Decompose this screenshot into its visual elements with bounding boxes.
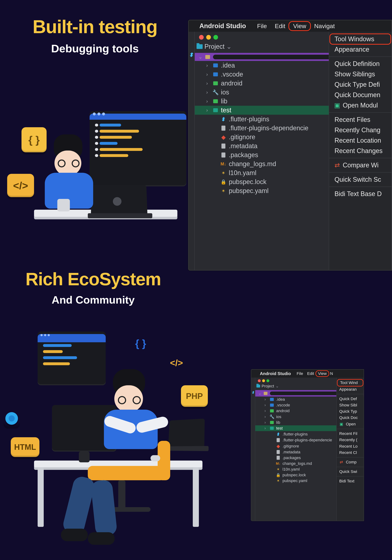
dropdown-item-label: Appearance [334, 46, 369, 53]
dropdown-item-label: Compare Wi [343, 161, 379, 169]
module-icon: ▣ [334, 102, 340, 109]
dropdown-item[interactable]: ▣Open Modul [329, 100, 392, 110]
menu-view[interactable]: View [289, 22, 310, 30]
section2-title: Rich EcoSystem [11, 269, 176, 290]
menu-edit[interactable]: Edit [305, 371, 316, 376]
tree-item-label: pubspec.lock [283, 473, 306, 477]
dropdown-item[interactable]: Tool Wind [338, 380, 363, 386]
dropdown-item-label: Recently Chang [334, 126, 380, 134]
dropdown-item[interactable]: Quick Def [337, 396, 363, 402]
dropdown-item[interactable]: Recent Cl [337, 450, 363, 456]
dropdown-item[interactable]: Quick Doc [337, 415, 363, 421]
dropdown-item[interactable]: Recently Chang [329, 125, 392, 135]
dropdown-item-label: Tool Wind [340, 380, 358, 385]
dropdown-item[interactable]: Quick Switch Sc [329, 174, 392, 185]
braces-icon: { } [133, 335, 149, 351]
app-name: Android Studio [199, 22, 246, 30]
dropdown-item[interactable]: Bidi Text [337, 478, 363, 484]
section1-title: Built-in testing [14, 16, 176, 38]
tree-item-label: .flutter-plugins [229, 115, 269, 123]
tree-item-label: pubspec.lock [229, 178, 266, 186]
dropdown-item[interactable]: Show Siblings [329, 69, 392, 79]
developer-illustration-1: { } </> [5, 113, 185, 231]
dropdown-item[interactable]: Quick Typ [337, 408, 363, 414]
tree-item-label: .packages [283, 456, 301, 460]
mac-menubar: Android Studio File Edit View N [251, 370, 363, 378]
dropdown-item[interactable]: Appearance [329, 44, 392, 55]
minimize-window-icon[interactable] [262, 379, 265, 382]
menu-n[interactable]: N [329, 371, 334, 376]
tree-item-label: test [221, 106, 231, 114]
dropdown-item-label: Recent Fil [339, 431, 357, 436]
dropdown-item[interactable]: Recent Files [329, 114, 392, 125]
dropdown-item-label: Recent Cl [339, 450, 357, 455]
code-icon: </> [167, 357, 186, 369]
minimize-window-icon[interactable] [206, 35, 211, 40]
menu-file[interactable]: File [253, 22, 271, 30]
compare-icon: ⇄ [334, 161, 340, 169]
dropdown-item[interactable]: Quick Documen [329, 90, 392, 100]
dropdown-item-label: Show Sibl [339, 403, 357, 408]
dropdown-item[interactable]: ▣Open [337, 421, 363, 427]
tree-item-label: .idea [221, 62, 235, 69]
developer-illustration-2: HTML PHP { } </> [4, 330, 213, 548]
dropdown-item[interactable]: Recent Changes [329, 146, 392, 156]
tree-item-label: .vscode [221, 70, 243, 78]
tree-item-label: android [221, 80, 242, 87]
dropdown-item-label: Bidi Text Base D [334, 190, 382, 198]
dropdown-item[interactable]: Recent Lo [337, 443, 363, 450]
chevron-down-icon: ⌄ [275, 384, 279, 388]
view-menu-dropdown[interactable]: Tool WindAppearanQuick DefShow SiblQuick… [336, 378, 364, 521]
dropdown-item[interactable]: Recent Location [329, 135, 392, 146]
menu-view[interactable]: View [316, 371, 329, 376]
project-label: Project [205, 43, 225, 50]
close-window-icon[interactable] [199, 35, 204, 40]
dropdown-item-label: Show Siblings [334, 70, 375, 78]
dropdown-item-label: Quick Switch Sc [334, 176, 381, 183]
flutter-icon: ⬍ [251, 390, 255, 394]
dropdown-item[interactable]: Appearan [337, 386, 363, 392]
dropdown-item[interactable]: ⇄Comp [337, 459, 363, 465]
android-studio-panel-1: Android Studio File Edit View Navigat ⬍ … [188, 20, 392, 270]
view-menu-dropdown[interactable]: Tool WindowsAppearanceQuick DefinitionSh… [329, 32, 392, 270]
tree-item-label: ios [276, 414, 282, 419]
project-dropdown[interactable]: Project ⌄ [256, 384, 279, 388]
section2-subtitle: And Community [11, 294, 176, 306]
tree-item-label: android [276, 409, 290, 413]
section1-subtitle: Debugging tools [14, 42, 176, 55]
tree-item-label: .flutter-plugins-dependencie [283, 438, 332, 442]
tree-item-label: .flutter-plugins [283, 432, 308, 437]
dropdown-item[interactable]: Bidi Text Base D [329, 189, 392, 199]
dropdown-item-label: Recent Location [334, 137, 381, 144]
dropdown-item[interactable]: Quick Swi [337, 469, 363, 475]
menu-edit[interactable]: Edit [271, 22, 289, 30]
project-folder-icon [196, 44, 203, 49]
dropdown-item[interactable]: Recent Fil [337, 430, 363, 437]
tree-item-label: lib [221, 98, 227, 105]
project-dropdown[interactable]: Project ⌄ [196, 43, 232, 50]
dropdown-item[interactable]: Recently ( [337, 437, 363, 443]
dropdown-item[interactable]: Quick Definition [329, 59, 392, 69]
tree-item-label: pubspec.yaml [229, 187, 269, 195]
tree-item-label: .idea [276, 397, 285, 402]
zoom-window-icon[interactable] [266, 379, 269, 382]
dropdown-item[interactable]: ⇄Compare Wi [329, 160, 392, 170]
close-window-icon[interactable] [258, 379, 261, 382]
php-badge: PHP [181, 385, 208, 407]
tree-item-label: .gitignore [283, 444, 299, 448]
tree-item-label: change_logs.md [283, 461, 312, 466]
tree-item-label: .gitignore [229, 133, 255, 141]
menu-navigate[interactable]: Navigat [310, 22, 339, 30]
dropdown-item[interactable]: Show Sibl [337, 402, 363, 408]
project-folder-icon [256, 385, 260, 387]
menu-file[interactable]: File [295, 371, 305, 376]
html-badge: HTML [11, 437, 39, 457]
dropdown-item-label: Quick Def [339, 397, 357, 401]
dropdown-item-label: Quick Typ [339, 409, 357, 414]
tree-item-label: .metadata [229, 142, 257, 150]
tree-item-label: l10n.yaml [283, 467, 300, 472]
ide-left-gutter: ⬍ [189, 32, 195, 270]
dropdown-item[interactable]: Tool Windows [330, 34, 390, 44]
zoom-window-icon[interactable] [213, 35, 218, 40]
dropdown-item[interactable]: Quick Type Defi [329, 79, 392, 90]
